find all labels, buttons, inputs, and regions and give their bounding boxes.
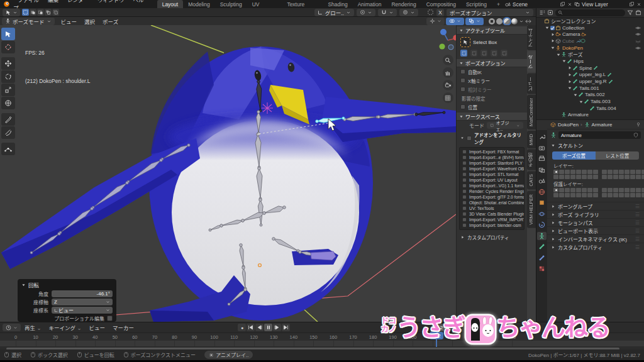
pause-button[interactable] [264,324,272,331]
sidebar-tab-ツール[interactable]: ツール [527,52,536,72]
select-box-tool-icon[interactable] [460,37,470,47]
addon-item[interactable]: Import-Export: FBX format [460,149,524,155]
addon-item[interactable]: Import-Export: STL format [460,172,524,177]
addon-item[interactable]: Import-Export: blender-osm [460,222,524,228]
layer-cell[interactable] [636,188,641,192]
checkbox-相対ミラー[interactable] [460,87,465,92]
tool-move[interactable] [1,57,15,70]
section-モーションパス[interactable]: モーションパス☰ [547,218,644,226]
outliner-row[interactable]: ポーズ [536,51,644,58]
expand-toggle[interactable] [579,99,584,104]
breadcrumb-data[interactable]: Armature [592,122,613,128]
shading-material-button[interactable] [504,18,510,25]
layer-cell[interactable] [593,193,598,197]
camera-view-button[interactable] [443,80,453,90]
select-mode-extend[interactable] [30,9,36,16]
tool-select-box[interactable] [1,28,15,40]
tool-transform[interactable] [1,97,15,109]
outliner-search-input[interactable] [555,9,625,16]
location-checkbox[interactable] [460,104,465,109]
addon-item[interactable]: Import-Export: VRM_IMPORT.. [460,217,524,222]
display-mode-dropdown[interactable] [539,9,545,16]
layer-cell[interactable] [602,188,607,192]
orientation-dropdown[interactable]: ビュー [52,307,113,314]
workspace-tab[interactable]: Shading [323,0,352,8]
menu-編集[interactable]: 編集 [43,0,63,3]
expand-toggle[interactable] [556,52,561,57]
sidebar-tab-その他[interactable]: その他 [527,150,536,170]
layer-cell[interactable] [630,193,635,197]
layer-cell[interactable] [641,170,644,174]
layer-cell[interactable] [553,188,558,192]
layer-cell[interactable] [587,170,592,174]
view-layer-selector[interactable]: View Layer [574,1,641,8]
workspace-tab[interactable]: Modeling [183,0,215,8]
layer-cell[interactable] [630,170,635,174]
addon-item[interactable]: Import-Export: Stanford PLY f.. [460,160,524,166]
section-インバースキネマティクス (IK)[interactable]: インバースキネマティクス (IK)☰ [547,234,644,243]
menu-レンダー[interactable]: レンダー [63,0,93,3]
addon-item[interactable]: Import-Export:..VG) 1.1 format [460,183,524,189]
layer-cell[interactable] [565,193,570,197]
viewport-menu-選択[interactable]: 選択 [80,19,99,25]
prev-keyframe-button[interactable] [255,324,264,331]
orthographic-toggle[interactable] [443,92,453,103]
expand-toggle[interactable] [562,58,567,63]
layer-cell[interactable] [565,170,570,174]
timeline-menu-マーカー[interactable]: マーカー [109,325,138,331]
addon-item[interactable]: UV: TexTools [460,206,524,211]
pose-rest-toggle[interactable]: ポーズ位置 レスト位置 [552,151,639,160]
expand-toggle[interactable] [567,79,572,84]
scene-selector[interactable]: Scene [505,1,572,8]
shading-solid-button[interactable] [496,18,502,25]
foot-bone[interactable] [311,251,336,260]
transform-orientation-dropdown[interactable]: グロー.. [314,9,354,16]
outliner-row[interactable]: Collection [536,25,644,31]
section-ボーングループ[interactable]: ボーングループ☰ [547,202,644,210]
visibility-toggle[interactable] [635,25,644,31]
select-mode-subtract[interactable] [37,9,44,16]
workspace-tab-add[interactable]: + [492,0,505,8]
shading-wireframe-button[interactable] [489,18,495,25]
viewport-menu-ビュー[interactable]: ビュー [57,19,81,25]
layer-cell[interactable] [576,175,581,179]
xray-toggle[interactable] [465,18,484,25]
filter-addons-checkbox[interactable] [467,136,472,141]
expand-icon[interactable] [525,18,531,25]
timeline-menu-ビュー[interactable]: ビュー [86,325,109,331]
expand-toggle[interactable] [550,45,555,50]
outliner-row[interactable]: シーンコレクション [536,18,644,25]
layer-cell[interactable] [582,175,587,179]
filter-objects-dropdown[interactable] [547,9,553,16]
axis-dropdown[interactable]: Z [52,299,113,305]
layer-cell[interactable] [576,170,581,174]
sidebar-tab-MatCombiner[interactable]: MatCombiner [527,95,536,129]
viewport-menu-ポーズ[interactable]: ポーズ [99,19,122,25]
tool-measure[interactable] [1,126,15,139]
layer-cell[interactable] [582,188,587,192]
layer-cell[interactable] [559,170,564,174]
outliner-row[interactable]: upper_leg.R [536,78,644,85]
sidebar-tab-VRM HELPER[interactable]: VRM HELPER [527,191,536,228]
datablock-name-field[interactable]: Armature [558,131,641,139]
layer-cell[interactable] [565,188,570,192]
layer-cell[interactable] [630,188,635,192]
pan-button[interactable] [443,67,453,78]
addon-item[interactable]: Render: Cycles Render Engine [460,189,524,194]
layer-cell[interactable] [602,193,607,197]
pivot-point-dropdown[interactable] [357,9,375,16]
angle-field[interactable]: -46.1° [52,290,113,297]
outliner-row[interactable]: Hips [536,58,644,65]
layer-cell[interactable] [641,193,644,197]
addon-item[interactable]: Object: Shotar..erial Combiner [460,200,524,206]
properties-tab-scene[interactable] [537,177,547,185]
outliner-row[interactable]: Tails.002 [536,92,644,99]
tool-mode-4[interactable] [501,50,508,57]
properties-tab-constraints[interactable] [537,210,547,218]
layer-cell[interactable] [608,175,613,179]
expand-toggle[interactable] [545,25,550,30]
tool-annotate[interactable] [1,113,15,126]
layer-cell[interactable] [565,175,570,179]
layer-cell[interactable] [625,193,630,197]
expand-toggle[interactable] [550,32,555,37]
